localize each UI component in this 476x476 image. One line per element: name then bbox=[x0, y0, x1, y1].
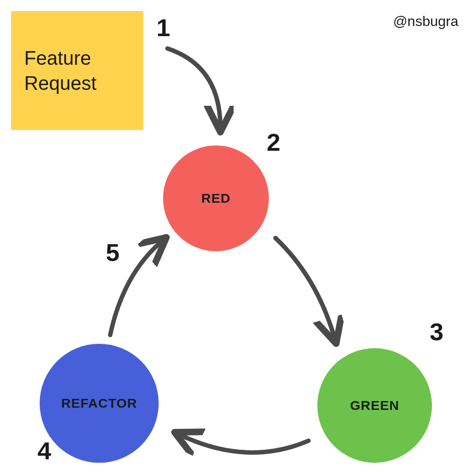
green-node-label: GREEN bbox=[350, 398, 399, 413]
attribution-text: @nsbugra bbox=[393, 13, 458, 30]
green-node: GREEN bbox=[317, 348, 432, 463]
arrow-green-to-refactor bbox=[178, 434, 309, 453]
arrow-feature-to-red bbox=[167, 48, 220, 128]
feature-request-line1: Feature bbox=[24, 47, 91, 69]
feature-request-label: Feature Request bbox=[24, 45, 97, 96]
feature-request-note: Feature Request bbox=[11, 11, 143, 130]
red-node-label: RED bbox=[201, 191, 231, 206]
refactor-node: REFACTOR bbox=[40, 344, 159, 463]
step-number-2: 2 bbox=[267, 128, 280, 156]
step-number-4: 4 bbox=[37, 436, 51, 465]
step-number-5: 5 bbox=[106, 238, 119, 267]
step-number-3: 3 bbox=[430, 317, 443, 346]
arrow-red-to-green bbox=[275, 238, 335, 339]
step-number-1: 1 bbox=[156, 13, 170, 42]
refactor-node-label: REFACTOR bbox=[61, 396, 137, 411]
red-node: RED bbox=[163, 145, 269, 251]
feature-request-line2: Request bbox=[24, 72, 97, 94]
